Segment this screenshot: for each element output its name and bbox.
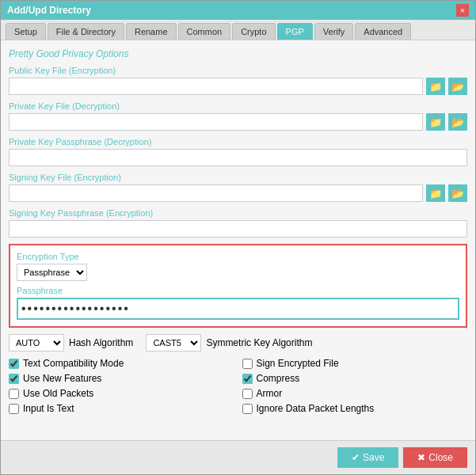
compress-label: Compress xyxy=(257,373,300,384)
cast-label: Symmetric Key Algorithm xyxy=(206,337,312,348)
main-window: Add/Upd Directory × Setup File & Directo… xyxy=(0,0,476,475)
hash-select[interactable]: AUTO xyxy=(9,334,64,352)
signing-key-group: Signing Key File (Encryption) 📁 📂 xyxy=(9,173,467,202)
use-new-label: Use New Features xyxy=(23,373,101,384)
signing-key-browse-btn1[interactable]: 📁 xyxy=(426,184,445,202)
signing-key-row: 📁 📂 xyxy=(9,184,467,202)
tab-rename[interactable]: Rename xyxy=(126,23,177,40)
checkboxes-left: Text Compatibility Mode Use New Features… xyxy=(9,358,234,414)
checkboxes-right: Sign Encrypted File Compress Armor Ignor… xyxy=(242,358,468,414)
save-label: Save xyxy=(363,452,384,463)
window-close-button[interactable]: × xyxy=(456,4,469,17)
close-label: Close xyxy=(428,452,453,463)
signing-passphrase-label: Signing Key Passphrase (Encryption) xyxy=(9,208,467,218)
tab-file-directory[interactable]: File & Directory xyxy=(48,23,124,40)
use-old-checkbox[interactable] xyxy=(9,389,19,399)
checkboxes-area: Text Compatibility Mode Use New Features… xyxy=(9,358,467,414)
signing-passphrase-input[interactable] xyxy=(9,220,467,238)
tab-verify[interactable]: Verify xyxy=(314,23,354,40)
public-key-group: Public Key File (Encryption) 📁 📂 xyxy=(9,66,467,95)
tab-common[interactable]: Common xyxy=(178,23,231,40)
public-key-row: 📁 📂 xyxy=(9,78,467,95)
ignore-data-label: Ignore Data Packet Lengths xyxy=(257,403,375,414)
folder-icon: 📁 xyxy=(429,188,442,200)
input-text-row: Input Is Text xyxy=(9,403,234,414)
encryption-type-label: Encryption Type xyxy=(17,252,459,261)
text-compat-checkbox[interactable] xyxy=(9,359,19,369)
signing-passphrase-row xyxy=(9,220,467,238)
private-key-browse-btn1[interactable]: 📁 xyxy=(426,113,445,131)
encryption-box: Encryption Type Passphrase Key None Pass… xyxy=(9,244,467,328)
compress-checkbox[interactable] xyxy=(242,374,253,384)
footer: ✔ Save ✖ Close xyxy=(1,440,475,474)
signing-key-label: Signing Key File (Encryption) xyxy=(9,173,467,182)
text-compat-label: Text Compatibility Mode xyxy=(23,358,124,369)
armor-label: Armor xyxy=(257,388,283,399)
compress-row: Compress xyxy=(242,373,468,384)
armor-row: Armor xyxy=(242,388,468,399)
hash-label: Hash Algorithm xyxy=(69,337,133,348)
private-passphrase-input[interactable] xyxy=(9,149,467,166)
folder-open-icon: 📂 xyxy=(451,81,464,93)
checkmark-icon: ✔ xyxy=(352,452,360,463)
use-new-row: Use New Features xyxy=(9,373,234,384)
public-key-label: Public Key File (Encryption) xyxy=(9,66,467,75)
armor-checkbox[interactable] xyxy=(242,389,253,399)
signing-key-browse-btn2[interactable]: 📂 xyxy=(448,184,467,202)
ignore-data-checkbox[interactable] xyxy=(242,404,253,414)
public-key-browse-btn1[interactable]: 📁 xyxy=(426,78,445,95)
private-passphrase-group: Private Key Passphrase (Decryption) xyxy=(9,137,467,166)
passphrase-row xyxy=(17,298,459,320)
passphrase-label: Passphrase xyxy=(17,286,459,295)
tab-advanced[interactable]: Advanced xyxy=(355,23,411,40)
private-passphrase-row xyxy=(9,149,467,166)
sign-enc-label: Sign Encrypted File xyxy=(257,358,339,369)
cast-select[interactable]: CAST5 xyxy=(146,334,201,352)
tab-setup[interactable]: Setup xyxy=(6,23,46,40)
title-bar: Add/Upd Directory × xyxy=(1,1,475,20)
tab-pgp[interactable]: PGP xyxy=(277,23,313,40)
sign-enc-row: Sign Encrypted File xyxy=(242,358,468,369)
encryption-type-select[interactable]: Passphrase Key None xyxy=(17,264,87,281)
private-key-row: 📁 📂 xyxy=(9,113,467,131)
use-new-checkbox[interactable] xyxy=(9,374,19,384)
private-key-input[interactable] xyxy=(9,113,423,131)
use-old-row: Use Old Packets xyxy=(9,388,234,399)
private-key-group: Private Key File (Decryption) 📁 📂 xyxy=(9,101,467,131)
sign-enc-checkbox[interactable] xyxy=(242,359,253,369)
pgp-content: Pretty Good Privacy Options Public Key F… xyxy=(1,40,475,440)
tab-bar: Setup File & Directory Rename Common Cry… xyxy=(1,20,475,40)
text-compat-row: Text Compatibility Mode xyxy=(9,358,234,369)
input-text-checkbox[interactable] xyxy=(9,404,19,414)
input-text-label: Input Is Text xyxy=(23,403,74,414)
window-title: Add/Upd Directory xyxy=(7,5,91,16)
tab-crypto[interactable]: Crypto xyxy=(232,23,275,40)
hash-row: AUTO Hash Algorithm CAST5 Symmetric Key … xyxy=(9,334,467,352)
public-key-browse-btn2[interactable]: 📂 xyxy=(448,78,467,95)
signing-passphrase-group: Signing Key Passphrase (Encryption) xyxy=(9,208,467,238)
encryption-type-row: Passphrase Key None xyxy=(17,264,459,281)
save-button[interactable]: ✔ Save xyxy=(337,447,398,468)
signing-key-input[interactable] xyxy=(9,184,423,202)
folder-open-icon: 📂 xyxy=(451,116,464,128)
use-old-label: Use Old Packets xyxy=(23,388,93,399)
ignore-data-row: Ignore Data Packet Lengths xyxy=(242,403,468,414)
public-key-input[interactable] xyxy=(9,78,423,95)
private-key-browse-btn2[interactable]: 📂 xyxy=(448,113,467,131)
folder-open-icon: 📂 xyxy=(451,188,464,200)
folder-icon: 📁 xyxy=(429,116,442,128)
private-key-label: Private Key File (Decryption) xyxy=(9,101,467,111)
close-x-icon: ✖ xyxy=(417,452,425,463)
section-title: Pretty Good Privacy Options xyxy=(9,48,467,59)
passphrase-input[interactable] xyxy=(17,298,459,320)
private-passphrase-label: Private Key Passphrase (Decryption) xyxy=(9,137,467,146)
close-button[interactable]: ✖ Close xyxy=(403,447,467,468)
folder-icon: 📁 xyxy=(429,81,442,93)
